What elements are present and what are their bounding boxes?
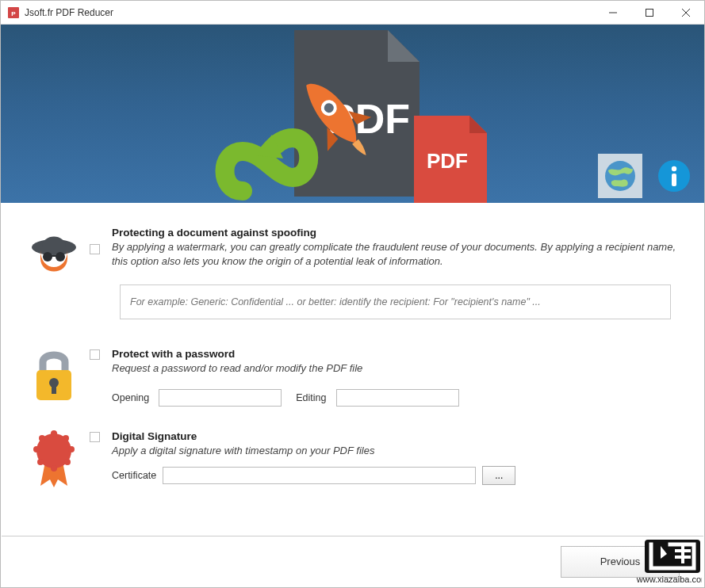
svg-point-22 (63, 435, 69, 441)
spy-icon (28, 227, 80, 284)
section-password: Protect with a password Request a passwo… (18, 348, 687, 406)
svg-point-15 (56, 252, 65, 262)
svg-rect-4 (646, 9, 653, 16)
svg-point-24 (64, 459, 71, 465)
editing-label: Editing (296, 392, 326, 403)
svg-point-21 (51, 430, 57, 437)
svg-point-23 (68, 446, 75, 452)
language-button[interactable] (598, 154, 642, 198)
window-title: Jsoft.fr PDF Reducer (25, 7, 595, 18)
pdf-badge-text: PDF (427, 149, 468, 173)
minimize-button[interactable] (595, 1, 631, 25)
close-icon (682, 9, 690, 17)
svg-point-25 (51, 465, 57, 472)
password-description: Request a password to read and/or modify… (112, 361, 687, 376)
svg-rect-19 (52, 384, 56, 394)
maximize-button[interactable] (631, 1, 668, 25)
section-watermark: Protecting a document against spoofing B… (18, 227, 687, 319)
minimize-icon (609, 9, 617, 17)
watermark-heading: Protecting a document against spoofing (112, 227, 687, 239)
app-icon: P (7, 6, 20, 19)
watermark-description: By applying a watermark, you can greatly… (112, 240, 687, 269)
footer-bar: Previous (2, 536, 703, 586)
svg-text:P: P (11, 10, 16, 17)
certificate-path-input[interactable] (163, 467, 476, 484)
signature-description: Apply a digital signature with timestamp… (112, 444, 687, 458)
signature-heading: Digital Signature (112, 430, 687, 442)
svg-point-28 (39, 435, 45, 441)
certificate-browse-button[interactable]: ... (482, 466, 515, 485)
svg-point-26 (37, 459, 44, 465)
svg-rect-12 (672, 174, 676, 186)
header-banner: PDF PDF (1, 25, 704, 203)
certificate-label: Certificate (112, 470, 156, 481)
svg-rect-16 (52, 255, 56, 257)
window-titlebar: P Jsoft.fr PDF Reducer (1, 1, 704, 25)
maximize-icon (646, 9, 653, 17)
info-button[interactable] (652, 154, 696, 198)
loop-arrow-icon (215, 116, 342, 203)
password-heading: Protect with a password (112, 348, 687, 360)
content-area: Protecting a document against spoofing B… (1, 203, 704, 489)
opening-label: Opening (112, 392, 149, 403)
pdf-badge-icon: PDF (414, 116, 487, 203)
lock-icon (32, 348, 76, 405)
watermark-checkbox[interactable] (90, 244, 100, 254)
password-checkbox[interactable] (90, 349, 100, 360)
svg-point-27 (33, 446, 40, 452)
watermark-input[interactable] (120, 284, 671, 319)
signature-checkbox[interactable] (90, 432, 100, 442)
svg-point-14 (43, 252, 52, 262)
globe-icon (603, 159, 637, 193)
section-signature: Digital Signature Apply a digital signat… (18, 430, 687, 489)
previous-button[interactable]: Previous (561, 546, 680, 578)
opening-password-input[interactable] (159, 389, 282, 407)
close-button[interactable] (668, 1, 704, 25)
info-icon (657, 159, 691, 193)
svg-point-11 (672, 166, 676, 171)
editing-password-input[interactable] (336, 389, 459, 407)
certificate-seal-icon (31, 430, 77, 489)
